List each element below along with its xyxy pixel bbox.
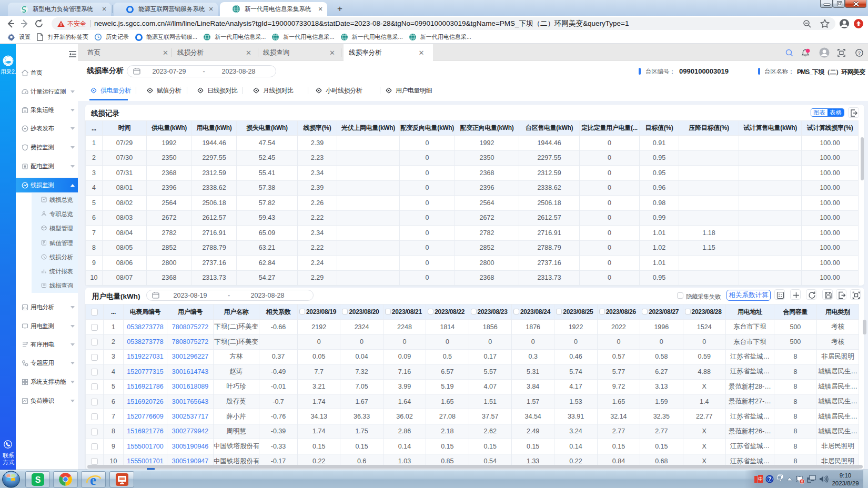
svg-text:?: ? bbox=[858, 50, 861, 56]
svg-text:e: e bbox=[90, 472, 96, 487]
svg-text:?: ? bbox=[768, 476, 771, 482]
svg-text:S: S bbox=[35, 475, 41, 484]
svg-text:中: 中 bbox=[758, 476, 763, 482]
